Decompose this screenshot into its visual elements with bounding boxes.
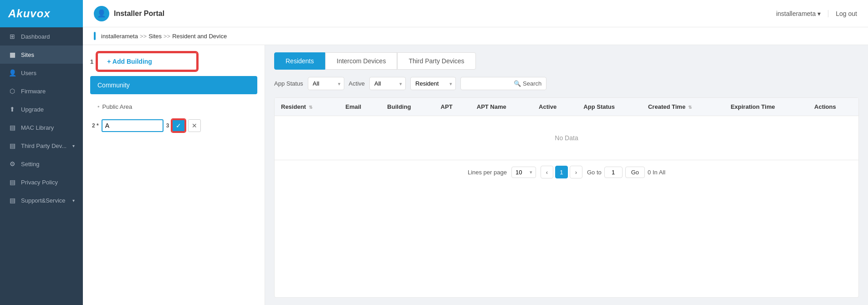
breadcrumb-bar	[94, 32, 96, 40]
sites-icon: ▦	[8, 51, 16, 58]
header-title: Installer Portal	[114, 10, 164, 18]
col-building: Building	[381, 98, 434, 116]
col-created-time: Created Time ⇅	[642, 98, 724, 116]
page-size-select-wrap: 10 20 50 100	[511, 167, 536, 178]
app-status-label: App Status	[274, 80, 303, 87]
tab-residents[interactable]: Residents	[274, 52, 325, 70]
community-button[interactable]: Community	[90, 76, 257, 94]
header-left: 👤 Installer Portal	[94, 6, 164, 21]
left-panel: 1 + Add Building Community Public Area 2…	[83, 45, 265, 305]
no-data-cell: No Data	[275, 116, 858, 160]
users-icon: 👤	[8, 69, 16, 76]
chevron-down-icon: ▾	[817, 10, 821, 17]
building-name-input-wrap	[102, 119, 163, 132]
logout-button[interactable]: Log out	[828, 10, 857, 17]
privacy-icon: ▤	[8, 178, 16, 186]
avatar: 👤	[94, 6, 109, 21]
breadcrumb-sep-2: >>	[163, 33, 170, 40]
tab-third-party-devices-label: Third Party Devices	[408, 57, 464, 65]
sidebar-item-privacy-policy[interactable]: ▤ Privacy Policy	[0, 173, 83, 191]
building-name-input[interactable]	[105, 122, 160, 129]
search-label: Search	[523, 80, 541, 87]
breadcrumb: installerameta >> Sites >> Resident and …	[83, 27, 868, 45]
sidebar-item-upgrade[interactable]: ⬆ Upgrade	[0, 100, 83, 118]
page-content: installerameta >> Sites >> Resident and …	[83, 27, 868, 305]
sidebar-item-third-party[interactable]: ▤ Third Party Dev... ▾	[0, 137, 83, 155]
sidebar-item-mac-library[interactable]: ▤ MAC Library	[0, 118, 83, 137]
col-active: Active	[532, 98, 577, 116]
goto-label: Go to	[587, 169, 602, 176]
breadcrumb-item-1: installerameta	[101, 33, 138, 40]
col-apt: APT	[434, 98, 470, 116]
sidebar-item-sites[interactable]: ▦ Sites	[0, 46, 83, 64]
filter-bar: App Status All Active All Re	[274, 77, 859, 90]
sidebar-item-firmware[interactable]: ⬡ Firmware	[0, 82, 83, 100]
data-table: Resident ⇅ Email Building	[274, 97, 859, 298]
app-status-select-wrap: All	[308, 77, 344, 90]
active-label: Active	[349, 80, 365, 87]
close-icon: ✕	[192, 122, 197, 129]
confirm-button[interactable]: ✓	[172, 119, 185, 132]
go-button[interactable]: Go	[625, 167, 645, 178]
chevron-down-icon: ▾	[72, 143, 75, 148]
sidebar-item-label: Dashboard	[21, 33, 50, 40]
main-content: 👤 Installer Portal installerameta ▾ Log …	[83, 0, 868, 305]
sidebar-item-label: Upgrade	[21, 106, 44, 113]
cancel-button[interactable]: ✕	[188, 119, 201, 132]
tab-third-party-devices[interactable]: Third Party Devices	[397, 52, 475, 70]
third-party-icon: ▤	[8, 142, 16, 149]
page-size-select[interactable]: 10 20 50 100	[511, 167, 536, 178]
col-email: Email	[339, 98, 381, 116]
sidebar-item-label: Setting	[21, 161, 39, 168]
sidebar: Akuvox ⊞ Dashboard ▦ Sites 👤 Users ⬡ Fir…	[0, 0, 83, 305]
col-expiration-time: Expiration Time	[724, 98, 808, 116]
tab-intercom-devices[interactable]: Intercom Devices	[325, 52, 397, 70]
goto-wrap: Go to Go 0 In All	[587, 167, 665, 178]
sidebar-item-label: Third Party Dev...	[21, 142, 66, 149]
step3-label: 3	[166, 122, 169, 129]
mac-library-icon: ▤	[8, 124, 16, 131]
chevron-down-icon: ▾	[72, 198, 75, 203]
search-icon: 🔍	[514, 80, 521, 87]
app-status-select[interactable]: All	[308, 77, 344, 90]
username: installerameta	[776, 10, 816, 17]
support-icon: ▤	[8, 197, 16, 204]
search-input[interactable]	[465, 80, 511, 87]
step1-area: 1 + Add Building	[90, 52, 257, 71]
logo-text: Akuvox	[8, 7, 51, 20]
breadcrumb-item-3: Resident and Device	[172, 33, 227, 40]
user-menu[interactable]: installerameta ▾	[776, 10, 821, 17]
resident-type-select-wrap: Resident	[410, 77, 456, 90]
breadcrumb-sep-1: >>	[140, 33, 147, 40]
total-label: 0 In All	[648, 169, 665, 176]
resident-type-select[interactable]: Resident	[410, 77, 456, 90]
col-actions: Actions	[808, 98, 858, 116]
tab-intercom-devices-label: Intercom Devices	[337, 57, 386, 65]
sidebar-item-users[interactable]: 👤 Users	[0, 64, 83, 82]
page-1-button[interactable]: 1	[555, 166, 568, 178]
avatar-icon: 👤	[97, 9, 106, 18]
col-app-status: App Status	[577, 98, 642, 116]
header: 👤 Installer Portal installerameta ▾ Log …	[83, 0, 868, 27]
sidebar-item-support-service[interactable]: ▤ Support&Service ▾	[0, 191, 83, 209]
prev-page-button[interactable]: ‹	[541, 166, 553, 178]
header-right: installerameta ▾ Log out	[776, 10, 857, 17]
sidebar-item-dashboard[interactable]: ⊞ Dashboard	[0, 27, 83, 46]
goto-input[interactable]	[604, 167, 623, 178]
step1-label: 1	[90, 58, 93, 65]
step2-step3-area: 2 * 3 ✓ ✕	[92, 119, 257, 132]
next-page-button[interactable]: ›	[570, 166, 582, 178]
checkmark-icon: ✓	[176, 122, 181, 129]
add-building-button[interactable]: + Add Building	[97, 52, 197, 71]
sort-icon: ⇅	[688, 105, 692, 110]
active-select[interactable]: All	[369, 77, 406, 90]
tabs: Residents Intercom Devices Third Party D…	[274, 52, 859, 70]
public-area-item: Public Area	[90, 100, 257, 114]
col-apt-name: APT Name	[470, 98, 532, 116]
page-body: 1 + Add Building Community Public Area 2…	[83, 45, 868, 305]
sidebar-item-setting[interactable]: ⚙ Setting	[0, 155, 83, 173]
active-select-wrap: All	[369, 77, 406, 90]
sidebar-item-label: Privacy Policy	[21, 179, 58, 186]
step2-label: 2 *	[92, 122, 99, 129]
search-button[interactable]: 🔍 Search	[514, 80, 541, 87]
